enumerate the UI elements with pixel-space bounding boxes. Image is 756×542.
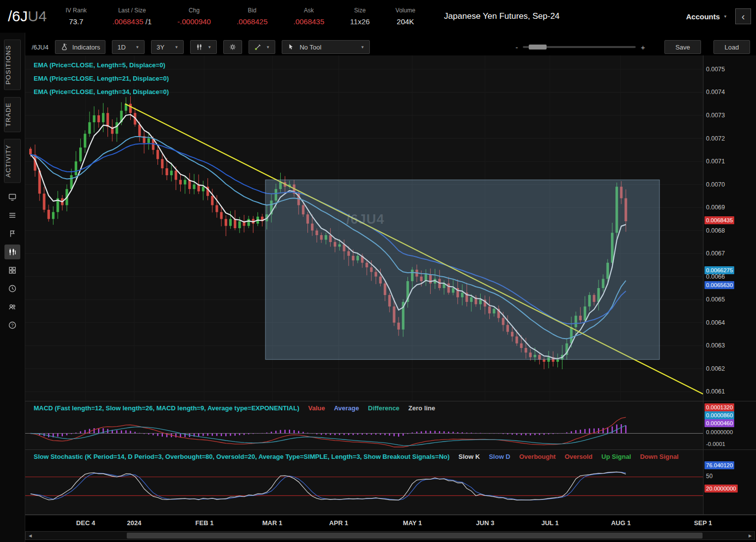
study-label[interactable]: MACD (Fast length=12, Slow length=26, MA… — [34, 404, 299, 412]
stat-value: .0068435 — [293, 17, 324, 26]
sidebar-clock-icon[interactable] — [4, 281, 20, 296]
study-label[interactable]: Slow Stochastic (K Period=14, D Period=3… — [34, 453, 450, 460]
zoom-slider-thumb[interactable] — [529, 45, 547, 49]
stat-chg: Chg-.0000940 — [177, 7, 211, 26]
zoom-control: - + — [515, 43, 645, 51]
price-tick: 0.0070 — [706, 181, 725, 188]
price-badge: 0.0068435 — [705, 216, 734, 224]
people-icon — [8, 302, 17, 311]
legend-item: Slow K — [458, 453, 480, 460]
chart-toolbar: /6JU4 Indicators 1D ▼ 3Y ▼ ▼ ▼ No Tool — [25, 39, 756, 55]
price-axis[interactable]: 0.00750.00740.00730.00720.00710.00700.00… — [704, 55, 756, 401]
flask-icon — [60, 43, 68, 51]
active-tool-dropdown[interactable]: No Tool ▼ — [282, 40, 370, 54]
stat-label: Bid — [237, 7, 268, 14]
price-tick: 0.0065 — [706, 296, 725, 303]
load-button[interactable]: Load — [713, 40, 750, 54]
chevron-down-icon: ▼ — [135, 45, 139, 49]
stat-last-size: Last / Size.0068435 /1 — [112, 7, 151, 26]
chart-type-dropdown[interactable]: ▼ — [190, 40, 217, 54]
sidebar-tab-activity[interactable]: ACTIVITY — [4, 139, 21, 183]
price-tick: 0.0064 — [706, 319, 725, 326]
macd-axis[interactable]: 0.00013200.00008600.00004600.0000000-0.0… — [704, 401, 756, 449]
stat-value: .0068435 /1 — [112, 17, 151, 26]
sidebar-chart-icon[interactable] — [4, 245, 20, 259]
chevron-down-icon: ▼ — [360, 45, 364, 49]
time-tick: AUG 1 — [611, 519, 631, 527]
legend-item: Average — [334, 404, 359, 412]
stochastic-header: Slow Stochastic (K Period=14, D Period=3… — [34, 453, 702, 460]
gear-icon — [229, 43, 237, 51]
sidebar-monitor-icon[interactable] — [4, 190, 20, 204]
flag-icon — [8, 229, 17, 238]
stat-label: Ask — [293, 7, 324, 14]
sidebar-icons: ? — [0, 190, 25, 333]
zoom-slider[interactable] — [523, 46, 636, 48]
price-badge: 0.0066275 — [705, 266, 734, 274]
time-tick: APR 1 — [329, 519, 348, 527]
chart-settings-button[interactable] — [223, 40, 242, 54]
timeframe-dropdown[interactable]: 1D ▼ — [112, 40, 145, 54]
sidebar-flag-icon[interactable] — [4, 226, 20, 241]
axis-divider — [703, 55, 704, 515]
legend-item: Zero line — [408, 404, 435, 412]
scroll-right-arrow-icon[interactable]: ▶ — [746, 532, 755, 540]
ema-study-label[interactable]: EMA (Price=CLOSE, Length=21, Displace=0) — [34, 72, 169, 85]
sidebar-people-icon[interactable] — [4, 299, 20, 314]
zoom-out-button[interactable]: - — [515, 43, 518, 51]
save-button[interactable]: Save — [664, 40, 701, 54]
candlestick-icon — [196, 43, 203, 51]
symbol-root: /6J — [8, 8, 28, 24]
price-tick: 0.0068 — [706, 227, 725, 234]
price-tick: 0.0072 — [706, 135, 725, 142]
chevron-down-icon: ▼ — [266, 45, 270, 49]
stat-label: IV Rank — [65, 7, 87, 14]
accounts-label: Accounts — [686, 12, 720, 21]
legend-item: Up Signal — [602, 453, 631, 460]
range-dropdown[interactable]: 3Y ▼ — [151, 40, 184, 54]
stat-value: 204K — [396, 17, 415, 26]
price-tick: 0.0069 — [706, 204, 725, 211]
help-icon: ? — [8, 321, 17, 330]
stat-ask: Ask.0068435 — [293, 7, 324, 26]
collapse-panel-button[interactable]: ‹ — [735, 8, 751, 24]
time-tick: DEC 4 — [76, 519, 95, 527]
stochastic-badge: 76.040120 — [705, 461, 734, 469]
sidebar-grid-icon[interactable] — [4, 263, 20, 278]
time-tick: JUN 3 — [476, 519, 495, 527]
sidebar-watchlist-icon[interactable] — [4, 208, 20, 223]
stat-value: 11x26 — [350, 17, 370, 26]
chart-icon — [8, 247, 17, 256]
stat-size: Size11x26 — [350, 7, 370, 26]
time-tick: MAY 1 — [403, 519, 422, 527]
range-value: 3Y — [156, 44, 164, 51]
sidebar-tab-positions[interactable]: POSITIONS — [4, 40, 21, 90]
scrollbar-thumb[interactable] — [127, 533, 703, 539]
macd-badge: 0.0000460 — [705, 419, 734, 427]
ema-study-label[interactable]: EMA (Price=CLOSE, Length=34, Displace=0) — [34, 85, 169, 99]
stochastic-axis[interactable]: 76.0401205020.0000000 — [704, 450, 756, 514]
zoom-in-button[interactable]: + — [641, 43, 645, 51]
stochastic-badge: 50 — [706, 473, 712, 480]
sidebar-help-icon[interactable]: ? — [4, 318, 20, 333]
time-tick: 2024 — [127, 519, 142, 527]
time-axis[interactable]: DEC 42024FEB 1MAR 1APR 1MAY 1JUN 3JUL 1A… — [25, 515, 756, 531]
indicators-button[interactable]: Indicators — [55, 40, 105, 54]
ema-study-label[interactable]: EMA (Price=CLOSE, Length=5, Displace=0) — [34, 58, 169, 72]
stat-label: Chg — [177, 7, 211, 14]
price-tick: 0.0066 — [706, 273, 725, 280]
legend-item: Slow D — [489, 453, 510, 460]
price-tick: 0.0074 — [706, 89, 725, 96]
price-tick: 0.0063 — [706, 342, 725, 349]
macd-badge: 0.0001320 — [705, 403, 734, 411]
chevron-down-icon: ▼ — [174, 45, 178, 49]
drawing-tools-dropdown[interactable]: ▼ — [249, 40, 275, 54]
accounts-menu[interactable]: Accounts ▼ — [686, 12, 727, 21]
legend-item: Overbought — [519, 453, 556, 460]
price-chart[interactable] — [25, 55, 703, 401]
sidebar-tab-trade[interactable]: TRADE — [4, 97, 21, 132]
stat-label: Size — [350, 7, 370, 14]
contract-description: Japanese Yen Futures, Sep-24 — [444, 11, 559, 21]
scroll-left-arrow-icon[interactable]: ◀ — [26, 532, 35, 540]
horizontal-scrollbar[interactable]: ◀ ▶ — [25, 531, 755, 540]
